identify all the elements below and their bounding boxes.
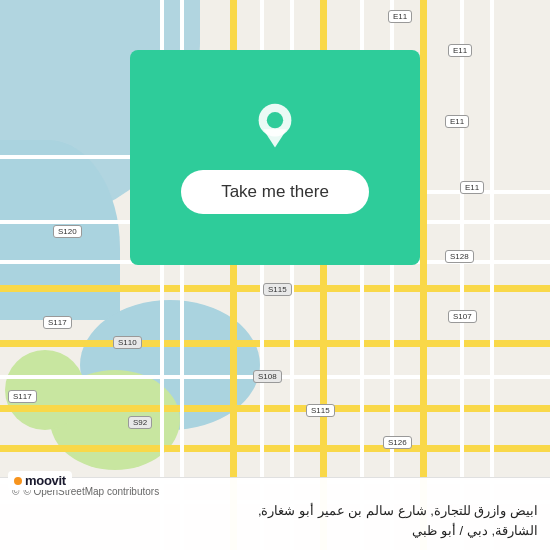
road-v-minor6 bbox=[490, 0, 494, 550]
location-pin-icon bbox=[250, 102, 300, 152]
road-v-minor5 bbox=[460, 0, 464, 550]
shield-e11-1: S115 bbox=[263, 283, 292, 296]
road-h2 bbox=[0, 340, 550, 347]
take-me-there-button[interactable]: Take me there bbox=[181, 170, 369, 214]
map-container: E11 E11 E11 E11 S128 S107 S126 S115 S120… bbox=[0, 0, 550, 550]
shield-s110: S120 bbox=[53, 225, 82, 238]
road-h3 bbox=[0, 405, 550, 412]
shield-s108: S117 bbox=[43, 316, 72, 329]
address-line1: ابيض وازرق للتجارة, شارع سالم بن عمير أب… bbox=[258, 503, 538, 518]
bottom-bar: © © OpenStreetMap contributors ابيض وازر… bbox=[0, 477, 550, 550]
svg-point-1 bbox=[267, 112, 283, 128]
attribution-row: © © OpenStreetMap contributors bbox=[12, 486, 538, 497]
shield-s117-top: S107 bbox=[448, 310, 477, 323]
moovit-logo: moovit bbox=[8, 471, 72, 490]
shield-s120: S128 bbox=[445, 250, 474, 263]
road-h4 bbox=[0, 445, 550, 452]
shield-e11-4: S92 bbox=[128, 416, 152, 429]
shield-s126: E11 bbox=[445, 115, 469, 128]
shield-e11-3: S108 bbox=[253, 370, 282, 383]
shield-s117-bottom: S126 bbox=[383, 436, 412, 449]
shield-s128: E11 bbox=[388, 10, 412, 23]
popup-card: Take me there bbox=[130, 50, 420, 265]
shield-e11-2: S110 bbox=[113, 336, 142, 349]
shield-s92: S117 bbox=[8, 390, 37, 403]
svg-marker-2 bbox=[263, 129, 287, 147]
road-v-main3 bbox=[420, 0, 427, 550]
shield-s107: E11 bbox=[448, 44, 472, 57]
shield-s115-right: E11 bbox=[460, 181, 484, 194]
moovit-dot-icon bbox=[14, 477, 22, 485]
address-display: ابيض وازرق للتجارة, شارع سالم بن عمير أب… bbox=[12, 501, 538, 540]
shield-s115-bottom: S115 bbox=[306, 404, 335, 417]
address-line2: الشارقة, دبي / أبو ظبي bbox=[412, 523, 538, 538]
moovit-brand-text: moovit bbox=[25, 473, 66, 488]
